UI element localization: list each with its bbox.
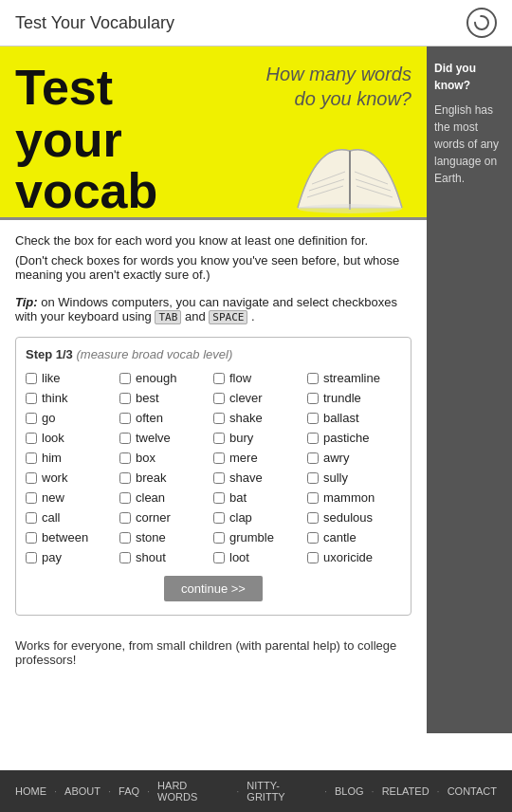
word-checkbox[interactable]	[119, 393, 131, 404]
word-item[interactable]: flow	[213, 369, 307, 387]
word-item[interactable]: enough	[119, 369, 213, 387]
word-checkbox[interactable]	[119, 492, 131, 504]
word-checkbox[interactable]	[119, 373, 131, 384]
footer-separator: ·	[437, 785, 440, 797]
word-checkbox[interactable]	[26, 413, 37, 424]
word-item[interactable]: loot	[213, 548, 307, 566]
word-item[interactable]: look	[26, 429, 119, 447]
word-item[interactable]: pay	[26, 548, 119, 566]
word-checkbox[interactable]	[119, 512, 131, 524]
word-checkbox[interactable]	[307, 413, 319, 424]
footer-link-about[interactable]: ABOUT	[64, 785, 101, 797]
word-item[interactable]: corner	[119, 508, 213, 526]
word-checkbox[interactable]	[213, 373, 225, 384]
word-label: bat	[229, 490, 247, 505]
footer-link-hard-words[interactable]: HARD WORDS	[157, 780, 229, 803]
word-item[interactable]: best	[119, 389, 213, 407]
footer-link-faq[interactable]: FAQ	[119, 785, 139, 797]
word-checkbox[interactable]	[119, 452, 131, 464]
word-checkbox[interactable]	[26, 472, 37, 484]
word-label: new	[42, 490, 64, 505]
word-checkbox[interactable]	[213, 532, 225, 544]
word-item[interactable]: shave	[213, 469, 307, 487]
word-checkbox[interactable]	[213, 492, 225, 504]
word-item[interactable]: trundle	[307, 389, 401, 407]
word-checkbox[interactable]	[213, 413, 225, 424]
word-item[interactable]: shout	[119, 548, 213, 566]
word-item[interactable]: between	[26, 528, 119, 546]
word-checkbox[interactable]	[213, 512, 225, 524]
footer-separator: ·	[108, 785, 111, 797]
word-item[interactable]: shake	[213, 409, 307, 427]
word-item[interactable]: streamline	[307, 369, 401, 387]
tip-end: .	[251, 309, 255, 323]
word-checkbox[interactable]	[26, 452, 37, 464]
word-checkbox[interactable]	[26, 512, 37, 524]
word-item[interactable]: go	[26, 409, 119, 427]
word-checkbox[interactable]	[307, 452, 319, 464]
word-checkbox[interactable]	[26, 373, 37, 384]
word-checkbox[interactable]	[119, 413, 131, 424]
word-item[interactable]: twelve	[119, 429, 213, 447]
word-item[interactable]: sully	[307, 469, 401, 487]
word-label: between	[42, 530, 88, 544]
word-checkbox[interactable]	[119, 472, 131, 484]
word-checkbox[interactable]	[307, 393, 319, 404]
word-checkbox[interactable]	[307, 492, 319, 504]
word-item[interactable]: pastiche	[307, 429, 401, 447]
footer-link-home[interactable]: HOME	[15, 785, 46, 797]
word-checkbox[interactable]	[26, 552, 37, 563]
word-label: bury	[229, 431, 253, 445]
word-item[interactable]: awry	[307, 449, 401, 467]
word-checkbox[interactable]	[26, 393, 37, 404]
word-item[interactable]: new	[26, 489, 119, 507]
word-item[interactable]: stone	[119, 528, 213, 546]
word-checkbox[interactable]	[213, 472, 225, 484]
word-checkbox[interactable]	[26, 433, 37, 444]
word-item[interactable]: sedulous	[307, 508, 401, 526]
word-checkbox[interactable]	[26, 492, 37, 504]
word-checkbox[interactable]	[119, 552, 131, 563]
word-item[interactable]: ballast	[307, 409, 401, 427]
word-item[interactable]: think	[26, 389, 119, 407]
footer-link-blog[interactable]: BLOG	[335, 785, 364, 797]
word-item[interactable]: mere	[213, 449, 307, 467]
word-checkbox[interactable]	[307, 532, 319, 544]
word-item[interactable]: grumble	[213, 528, 307, 546]
word-item[interactable]: like	[26, 369, 119, 387]
word-item[interactable]: mammon	[307, 489, 401, 507]
word-item[interactable]: uxoricide	[307, 548, 401, 566]
word-checkbox[interactable]	[307, 512, 319, 524]
word-checkbox[interactable]	[213, 452, 225, 464]
word-item[interactable]: cantle	[307, 528, 401, 546]
word-item[interactable]: work	[26, 469, 119, 487]
word-checkbox[interactable]	[307, 373, 319, 384]
word-item[interactable]: often	[119, 409, 213, 427]
word-checkbox[interactable]	[119, 433, 131, 444]
word-item[interactable]: call	[26, 508, 119, 526]
word-checkbox[interactable]	[307, 472, 319, 484]
sidebar: Did you know? English has the most words…	[427, 46, 512, 733]
word-checkbox[interactable]	[26, 532, 37, 544]
sidebar-body: English has the most words of any langua…	[434, 102, 504, 187]
word-checkbox[interactable]	[213, 552, 225, 563]
word-item[interactable]: clean	[119, 489, 213, 507]
footer-link-nitty-gritty[interactable]: NITTY-GRITTY	[247, 780, 317, 803]
word-item[interactable]: clever	[213, 389, 307, 407]
word-label: sully	[323, 471, 348, 485]
word-item[interactable]: clap	[213, 508, 307, 526]
word-item[interactable]: bat	[213, 489, 307, 507]
word-checkbox[interactable]	[119, 532, 131, 544]
word-checkbox[interactable]	[307, 433, 319, 444]
word-checkbox[interactable]	[307, 552, 319, 563]
word-item[interactable]: him	[26, 449, 119, 467]
word-item[interactable]: break	[119, 469, 213, 487]
word-checkbox[interactable]	[213, 393, 225, 404]
word-item[interactable]: box	[119, 449, 213, 467]
footer-link-related[interactable]: RELATED	[382, 785, 430, 797]
footer-link-contact[interactable]: CONTACT	[448, 785, 497, 797]
word-checkbox[interactable]	[213, 433, 225, 444]
continue-button[interactable]: continue >>	[164, 576, 263, 601]
word-item[interactable]: bury	[213, 429, 307, 447]
word-label: cantle	[323, 530, 357, 544]
